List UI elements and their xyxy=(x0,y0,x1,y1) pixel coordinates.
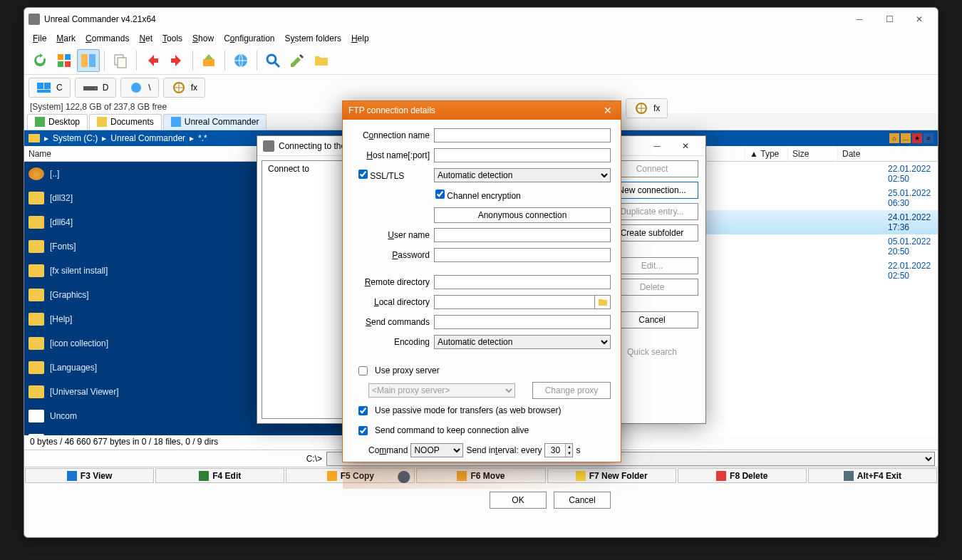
red-left-icon[interactable] xyxy=(141,49,164,72)
ftp-ok-button[interactable]: OK xyxy=(490,492,547,509)
window-maximize[interactable]: ☐ xyxy=(875,9,904,29)
window-close[interactable]: ✕ xyxy=(905,9,933,29)
path-extra-icon[interactable]: … xyxy=(901,133,911,143)
fkey-icon xyxy=(716,471,726,481)
menu-mark[interactable]: Mark xyxy=(52,32,80,45)
connection-name-input[interactable] xyxy=(434,128,611,142)
ftp-title: FTP connection details xyxy=(348,105,435,115)
globe-icon[interactable] xyxy=(229,49,252,72)
folder-icon xyxy=(29,289,44,301)
ssl-checkbox[interactable] xyxy=(358,170,368,179)
ftp-close[interactable]: ✕ xyxy=(601,105,615,116)
path-extra-icon[interactable]: ⌂ xyxy=(889,133,899,143)
drive-d[interactable]: D xyxy=(75,78,117,98)
svg-rect-7 xyxy=(118,58,126,68)
drive-network-left[interactable]: \ xyxy=(120,78,158,98)
drive-bar: C D \ fx x xyxy=(24,75,938,100)
tab-desktop[interactable]: Desktop xyxy=(27,114,88,130)
encoding-select[interactable]: Automatic detection xyxy=(434,335,611,349)
app-icon xyxy=(29,14,40,25)
copy-icon[interactable] xyxy=(109,49,132,72)
menu-tools[interactable]: Tools xyxy=(158,32,187,45)
host-input[interactable] xyxy=(434,148,611,162)
tab-unreal-commander[interactable]: Unreal Commander xyxy=(163,114,267,130)
menu-commands[interactable]: Commands xyxy=(81,32,133,45)
main-toolbar xyxy=(24,46,938,75)
drive-fx1[interactable]: fx xyxy=(163,78,205,98)
remote-dir-input[interactable] xyxy=(434,275,611,289)
svg-rect-3 xyxy=(65,61,71,67)
ftp-cancel-button[interactable]: Cancel xyxy=(554,492,611,509)
username-input[interactable] xyxy=(434,228,611,242)
archive-icon[interactable] xyxy=(197,49,220,72)
svg-rect-12 xyxy=(44,83,51,89)
svg-point-15 xyxy=(95,88,96,89)
channel-encryption-checkbox[interactable] xyxy=(435,190,445,199)
menu-help[interactable]: Help xyxy=(347,32,373,45)
drive-fx2[interactable]: fx xyxy=(626,98,668,118)
folder-icon xyxy=(29,134,40,142)
interval-spinner[interactable]: ▲▼ xyxy=(544,443,573,457)
ftp-titlebar: FTP connection details ✕ xyxy=(343,101,621,120)
folder-icon xyxy=(29,216,44,229)
up-icon xyxy=(29,167,44,180)
connect-close[interactable]: ✕ xyxy=(671,138,700,155)
folder-icon xyxy=(29,192,44,204)
menu-bar: File Mark Commands Net Tools Show Config… xyxy=(24,31,938,46)
command-prompt: C:\> xyxy=(27,454,326,464)
svg-rect-2 xyxy=(58,61,63,67)
tab-documents[interactable]: Documents xyxy=(89,114,162,130)
password-input[interactable] xyxy=(434,248,611,262)
folder-icon xyxy=(29,385,44,398)
path-star-icon[interactable]: ★ xyxy=(912,133,922,143)
file-icon xyxy=(29,434,44,435)
svg-line-10 xyxy=(275,63,279,67)
folder-icon xyxy=(29,337,44,350)
ftp-dialog: FTP connection details ✕ Connection name… xyxy=(342,100,621,462)
fkey-icon xyxy=(67,471,77,481)
file-icon xyxy=(29,410,44,422)
window-minimize[interactable]: ─ xyxy=(845,9,874,29)
path-list-icon[interactable]: ≡ xyxy=(924,133,933,143)
change-proxy-button[interactable]: Change proxy xyxy=(532,382,611,399)
ssl-detection-select[interactable]: Automatic detection xyxy=(434,168,611,182)
ftp-decoration xyxy=(343,465,621,489)
edit-icon[interactable] xyxy=(286,49,309,72)
connect-minimize[interactable]: ─ xyxy=(643,138,671,155)
red-right-icon[interactable] xyxy=(165,49,188,72)
passive-checkbox[interactable] xyxy=(358,406,368,415)
folder-icon xyxy=(29,313,44,326)
local-dir-input[interactable] xyxy=(434,295,595,309)
fkey-icon xyxy=(327,471,337,481)
svg-rect-1 xyxy=(65,54,71,60)
anonymous-button[interactable]: Anonymous connection xyxy=(434,207,611,223)
app-icon xyxy=(263,140,274,152)
fkey-f4[interactable]: F4 Edit xyxy=(155,468,284,483)
fkey-alt-f4[interactable]: Alt+F4 Exit xyxy=(808,468,937,483)
drive-c[interactable]: C xyxy=(29,78,71,98)
app-title: Unreal Commander v4.21x64 xyxy=(44,14,845,24)
view-tiles-icon[interactable] xyxy=(53,49,76,72)
proxy-select: <Main proxy server> xyxy=(368,383,515,398)
folder-icon xyxy=(29,264,44,277)
menu-net[interactable]: Net xyxy=(135,32,157,45)
fkey-f3[interactable]: F3 View xyxy=(25,468,154,483)
view-split-icon[interactable] xyxy=(77,49,100,72)
menu-file[interactable]: File xyxy=(29,32,51,45)
send-commands-input[interactable] xyxy=(434,315,611,329)
keepalive-checkbox[interactable] xyxy=(358,426,368,435)
svg-rect-0 xyxy=(58,54,63,60)
svg-rect-13 xyxy=(37,90,51,93)
folder-icon xyxy=(29,240,44,253)
menu-system-folders[interactable]: System folders xyxy=(281,32,346,45)
refresh-icon[interactable] xyxy=(29,49,51,72)
menu-configuration[interactable]: Configuration xyxy=(219,32,279,45)
keepalive-command-select[interactable]: NOOP xyxy=(410,443,463,457)
folder-open-icon[interactable] xyxy=(310,49,333,72)
menu-show[interactable]: Show xyxy=(188,32,218,45)
proxy-checkbox[interactable] xyxy=(358,366,368,375)
search-icon[interactable] xyxy=(262,49,284,72)
fkey-f8[interactable]: F8 Delete xyxy=(678,468,807,483)
browse-folder-icon[interactable] xyxy=(595,295,611,309)
svg-point-9 xyxy=(267,55,276,63)
